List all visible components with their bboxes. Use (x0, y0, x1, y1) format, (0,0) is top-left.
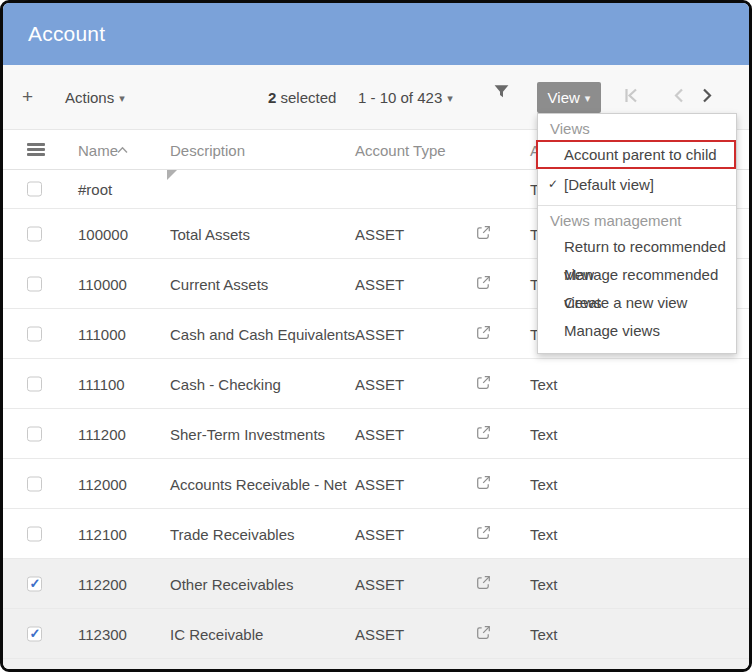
checkmark-icon: ✓ (548, 169, 558, 200)
menu-item-manage-views[interactable]: Manage views (538, 317, 736, 345)
cell-description: Total Assets (170, 225, 250, 242)
menu-item-manage-recommended-views[interactable]: Manage recommended views (538, 261, 736, 289)
pagination-dropdown[interactable]: 1 - 10 of 423▾ (358, 89, 453, 106)
cell-text: Text (530, 575, 558, 592)
external-link-icon[interactable] (476, 475, 491, 493)
external-link-icon[interactable] (476, 425, 491, 443)
previous-page-icon[interactable] (673, 87, 685, 107)
row-checkbox[interactable] (27, 326, 42, 341)
cell-description: Cash - Checking (170, 375, 281, 392)
cell-name: 112000 (78, 475, 127, 492)
chevron-down-icon: ▾ (119, 92, 125, 104)
row-checkbox[interactable] (27, 426, 42, 441)
cell-name: 111000 (78, 325, 126, 342)
view-dropdown-menu: Views Account parent to child ✓ [Default… (537, 113, 737, 354)
cell-name: 111100 (78, 375, 125, 392)
cell-text: Text (530, 375, 558, 392)
cell-description: Other Receivables (170, 575, 293, 592)
cell-name: 100000 (78, 225, 128, 242)
external-link-icon[interactable] (476, 625, 491, 643)
row-checkbox[interactable] (27, 276, 42, 291)
cell-account-type: ASSET (355, 525, 404, 542)
cell-name: 112300 (78, 625, 127, 642)
menu-section-views: Views (538, 117, 736, 141)
cell-name: #root (78, 181, 112, 198)
page-title: Account (28, 22, 105, 46)
cell-description: Current Assets (170, 275, 268, 292)
table-row[interactable]: 112200 Other Receivables ASSET Text (3, 559, 749, 609)
row-checkbox[interactable] (27, 576, 42, 591)
menu-hamburger-icon[interactable] (27, 140, 45, 158)
cell-text: Text (530, 525, 558, 542)
menu-divider (538, 205, 736, 206)
cell-text: Text (530, 425, 558, 442)
corner-marker (167, 170, 177, 180)
cell-description: Cash and Cash Equivalents (170, 325, 355, 342)
external-link-icon[interactable] (476, 575, 491, 593)
row-checkbox[interactable] (27, 182, 42, 197)
cell-text: Text (530, 625, 558, 642)
external-link-icon[interactable] (476, 375, 491, 393)
filter-icon[interactable] (493, 83, 510, 103)
cell-account-type: ASSET (355, 425, 404, 442)
cell-name: 111200 (78, 425, 126, 442)
table-row[interactable]: 112100 Trade Receivables ASSET Text (3, 509, 749, 559)
chevron-down-icon: ▾ (585, 92, 591, 104)
app-window: Account + Actions▾ 2 selected 1 - 10 of … (0, 0, 752, 672)
cell-account-type: ASSET (355, 275, 404, 292)
column-header-description[interactable]: Description (170, 141, 245, 158)
first-page-icon[interactable] (623, 87, 640, 107)
cell-name: 112200 (78, 575, 127, 592)
cell-description: IC Receivable (170, 625, 263, 642)
menu-section-views-management: Views management (538, 209, 736, 233)
cell-account-type: ASSET (355, 375, 404, 392)
menu-item-return-to-recommended-view[interactable]: Return to recommended view (538, 233, 736, 261)
column-header-account-type[interactable]: Account Type (355, 141, 446, 158)
external-link-icon[interactable] (476, 325, 491, 343)
external-link-icon[interactable] (476, 525, 491, 543)
view-button[interactable]: View▾ (537, 82, 601, 113)
cell-account-type: ASSET (355, 325, 404, 342)
column-header-name[interactable]: Name (78, 141, 118, 158)
cell-text: Text (530, 475, 558, 492)
cell-account-type: ASSET (355, 625, 404, 642)
add-button[interactable]: + (22, 86, 33, 108)
sort-ascending-icon (117, 140, 128, 157)
table-row[interactable]: 112000 Accounts Receivable - Net ASSET T… (3, 459, 749, 509)
cell-account-type: ASSET (355, 575, 404, 592)
actions-dropdown-button[interactable]: Actions▾ (65, 89, 125, 106)
next-page-icon[interactable] (701, 87, 713, 107)
cell-description: Accounts Receivable - Net (170, 475, 347, 492)
cell-name: 110000 (78, 275, 127, 292)
menu-item-default-view[interactable]: ✓ [Default view] (538, 169, 736, 200)
row-checkbox[interactable] (27, 376, 42, 391)
row-checkbox[interactable] (27, 526, 42, 541)
selected-count: 2 selected (268, 89, 336, 106)
menu-item-account-parent-to-child[interactable]: Account parent to child (538, 141, 736, 169)
cell-name: 112100 (78, 525, 127, 542)
table-row[interactable]: 111200 Sher-Term Investments ASSET Text (3, 409, 749, 459)
cell-account-type: ASSET (355, 225, 404, 242)
menu-item-create-a-new-view[interactable]: Create a new view (538, 289, 736, 317)
next-row-partial (3, 659, 749, 669)
row-checkbox[interactable] (27, 626, 42, 641)
table-row[interactable]: 112300 IC Receivable ASSET Text (3, 609, 749, 659)
external-link-icon[interactable] (476, 225, 491, 243)
cell-description: Trade Receivables (170, 525, 295, 542)
app-header-bar: Account (3, 3, 749, 65)
external-link-icon[interactable] (476, 275, 491, 293)
cell-description: Sher-Term Investments (170, 425, 325, 442)
cell-account-type: ASSET (355, 475, 404, 492)
row-checkbox[interactable] (27, 476, 42, 491)
chevron-down-icon: ▾ (447, 92, 453, 104)
row-checkbox[interactable] (27, 226, 42, 241)
table-row[interactable]: 111100 Cash - Checking ASSET Text (3, 359, 749, 409)
